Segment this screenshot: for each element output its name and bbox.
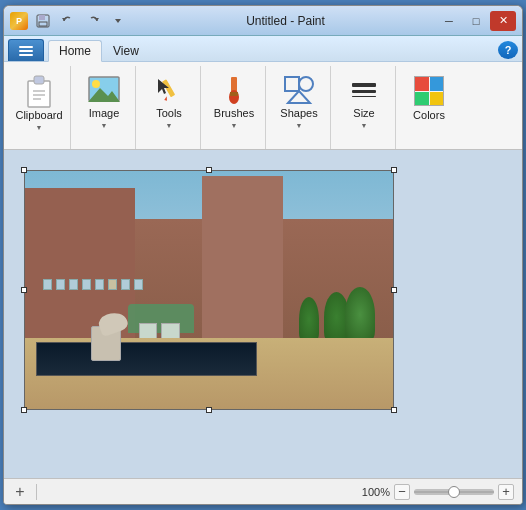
handle-bottom-middle[interactable] [206, 407, 212, 413]
handle-top-left[interactable] [21, 167, 27, 173]
ribbon-tab-bar: Home View ? [4, 36, 522, 62]
handle-bottom-right[interactable] [391, 407, 397, 413]
colors-button[interactable]: Colors [404, 70, 454, 132]
zoom-in-button[interactable]: + [498, 484, 514, 500]
close-button[interactable]: ✕ [490, 11, 516, 31]
svg-rect-1 [39, 15, 45, 20]
paint-window: P [3, 5, 523, 505]
scene-building-tall [202, 176, 283, 343]
handle-middle-left[interactable] [21, 287, 27, 293]
ribbon-group-size: Size ▼ [333, 66, 396, 149]
zoom-slider[interactable] [414, 489, 494, 495]
canvas-area[interactable] [4, 150, 522, 478]
handle-top-middle[interactable] [206, 167, 212, 173]
canvas-wrapper [24, 170, 394, 410]
scene-water-feature [36, 342, 257, 375]
brushes-group-items: Brushes ▼ [209, 66, 259, 149]
tab-home[interactable]: Home [48, 40, 102, 62]
color-blue [430, 77, 444, 91]
svg-marker-22 [288, 91, 310, 103]
file-menu-button[interactable] [8, 39, 44, 61]
clipboard-arrow: ▼ [36, 124, 43, 131]
redo-quick-button[interactable] [82, 10, 104, 32]
color-red [415, 77, 429, 91]
scene-tree-3 [299, 297, 319, 342]
clipboard-group-items: Clipboard ▼ [14, 66, 64, 149]
brushes-label: Brushes [214, 107, 254, 120]
color-green [415, 92, 429, 106]
handle-middle-right[interactable] [391, 287, 397, 293]
zoom-controls: 100% − + [362, 484, 514, 500]
status-bar: + 100% − + [4, 478, 522, 504]
tools-label: Tools [156, 107, 182, 120]
zoom-thumb[interactable] [448, 486, 460, 498]
image-arrow: ▼ [101, 122, 108, 129]
restore-button[interactable]: □ [463, 11, 489, 31]
window-title: Untitled - Paint [135, 14, 436, 28]
customize-quick-access-button[interactable] [107, 10, 129, 32]
shapes-arrow: ▼ [296, 122, 303, 129]
size-group-items: Size ▼ [339, 66, 389, 149]
color-yellow [430, 92, 444, 106]
svg-rect-19 [230, 92, 238, 96]
brushes-arrow: ▼ [231, 122, 238, 129]
help-button[interactable]: ? [498, 41, 518, 59]
ribbon-group-colors: Colors [398, 66, 460, 149]
svg-point-12 [92, 80, 100, 88]
tools-arrow: ▼ [166, 122, 173, 129]
tools-button[interactable]: Tools ▼ [144, 70, 194, 132]
add-canvas-button[interactable]: + [12, 484, 28, 500]
shapes-icon [283, 75, 315, 105]
ribbon-group-tools: Tools ▼ [138, 66, 201, 149]
scene [25, 171, 393, 409]
size-icon [348, 75, 380, 105]
size-label: Size [353, 107, 374, 120]
svg-rect-20 [285, 77, 299, 91]
tools-group-items: Tools ▼ [144, 66, 194, 149]
save-quick-button[interactable] [32, 10, 54, 32]
clipboard-label: Clipboard [15, 109, 62, 122]
image-icon [88, 75, 120, 105]
clipboard-button[interactable]: Clipboard ▼ [14, 70, 64, 132]
status-divider [36, 484, 37, 500]
zoom-percentage: 100% [362, 486, 390, 498]
size-arrow: ▼ [361, 122, 368, 129]
shapes-label: Shapes [280, 107, 317, 120]
canvas-image[interactable] [24, 170, 394, 410]
ribbon-group-image: Image ▼ [73, 66, 136, 149]
shapes-button[interactable]: Shapes ▼ [274, 70, 324, 132]
zoom-out-button[interactable]: − [394, 484, 410, 500]
scene-window-row [43, 279, 282, 290]
colors-group-items: Colors [404, 66, 454, 149]
svg-point-21 [299, 77, 313, 91]
handle-top-right[interactable] [391, 167, 397, 173]
minimize-button[interactable]: ─ [436, 11, 462, 31]
size-button[interactable]: Size ▼ [339, 70, 389, 132]
svg-marker-15 [163, 96, 168, 101]
ribbon-content: Clipboard ▼ Image ▼ [4, 62, 522, 150]
image-label: Image [89, 107, 120, 120]
brushes-icon [218, 75, 250, 105]
ribbon-group-shapes: Shapes ▼ [268, 66, 331, 149]
brushes-button[interactable]: Brushes ▼ [209, 70, 259, 132]
undo-quick-button[interactable] [57, 10, 79, 32]
shapes-group-items: Shapes ▼ [274, 66, 324, 149]
image-button[interactable]: Image ▼ [79, 70, 129, 132]
svg-rect-6 [28, 81, 50, 107]
svg-rect-2 [39, 22, 47, 26]
colors-icon [413, 75, 445, 107]
colors-label: Colors [413, 109, 445, 122]
window-controls: ─ □ ✕ [436, 11, 516, 31]
app-icon: P [10, 12, 28, 30]
tools-icon [153, 75, 185, 105]
clipboard-icon [23, 75, 55, 107]
quick-access-toolbar [32, 10, 129, 32]
ribbon-group-clipboard: Clipboard ▼ [8, 66, 71, 149]
image-group-items: Image ▼ [79, 66, 129, 149]
handle-bottom-left[interactable] [21, 407, 27, 413]
tab-view[interactable]: View [102, 39, 150, 61]
title-bar: P [4, 6, 522, 36]
scene-tree-2 [345, 287, 375, 342]
file-menu-icon [19, 46, 33, 56]
svg-marker-5 [115, 19, 121, 23]
